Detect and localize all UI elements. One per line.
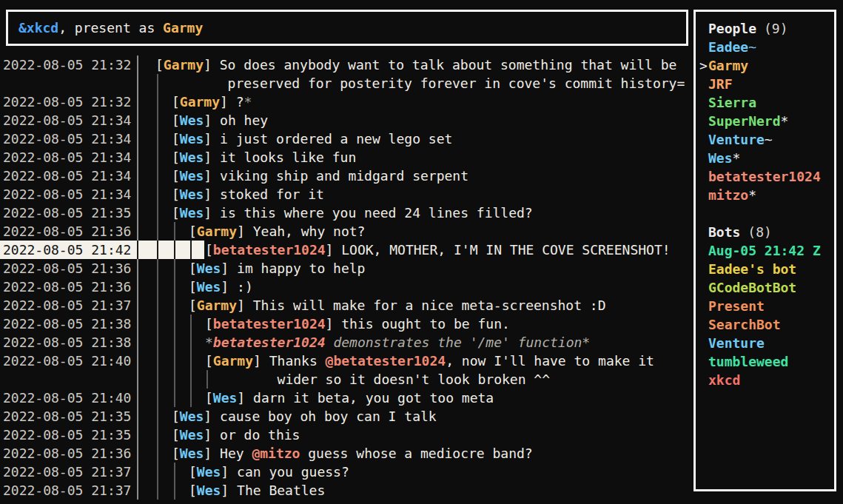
bots-list-item[interactable]: GCodeBotBot [696, 278, 834, 297]
roster-name: JRF [708, 75, 733, 93]
message-line: [Wes] The Beatles [138, 481, 325, 500]
status-suffix: * [781, 112, 789, 130]
bots-list-item[interactable]: tumbleweed [696, 352, 834, 371]
message-text: ] [204, 205, 220, 221]
people-title-label: People [708, 19, 756, 38]
nick: Garmy [197, 224, 237, 239]
chat-row[interactable]: 2022-08-05 21:40[Wes] darn it beta, you … [0, 389, 693, 407]
message-text: [ [205, 316, 213, 332]
chat-row[interactable]: 2022-08-05 21:36[Wes] Hey @mitzo guess w… [0, 444, 693, 463]
people-list-item[interactable]: betatester1024 [696, 167, 834, 186]
chat-row[interactable]: 2022-08-05 21:42[betatester1024] LOOK, M… [0, 241, 693, 259]
message-text: it looks like fun [220, 149, 356, 165]
chat-row[interactable]: 2022-08-05 21:36[Garmy] Yeah, why not? [0, 222, 693, 241]
message-line: [Wes] cause boy oh boy can I talk [138, 407, 437, 426]
message-line: [Garmy] So does anybody want to talk abo… [138, 56, 676, 74]
message-text: ] [204, 131, 220, 147]
roster-name: Venture [708, 130, 765, 149]
chat-row-wrap[interactable]: preserved for posterity forever in cove'… [0, 74, 693, 93]
message-text: * [205, 335, 213, 350]
timestamp: 2022-08-05 21:40 [0, 352, 137, 370]
timestamp: 2022-08-05 21:32 [0, 93, 137, 111]
chat-row[interactable]: 2022-08-05 21:35[Wes] is this where you … [0, 204, 693, 222]
bots-list-item[interactable]: Venture [696, 334, 834, 352]
chat-row-wrap[interactable]: wider so it doesn't look broken ^^ [0, 370, 693, 389]
roster-name: mitzo [708, 186, 748, 204]
message-line: [Wes] :) [138, 278, 253, 296]
message-text: or do this [220, 427, 300, 443]
chat-row[interactable]: 2022-08-05 21:34[Wes] it looks like fun [0, 148, 693, 167]
chat-row[interactable]: 2022-08-05 21:32[Garmy] ?* [0, 93, 693, 111]
timestamp: 2022-08-05 21:35 [0, 407, 137, 426]
chat-row[interactable]: 2022-08-05 21:36[Wes] :) [0, 278, 693, 296]
chat-row[interactable]: 2022-08-05 21:34[Wes] oh hey [0, 111, 693, 130]
message-text: ] [253, 353, 269, 369]
people-list-item[interactable]: JRF [696, 75, 834, 93]
bots-list-item[interactable]: xkcd [696, 371, 834, 389]
message-text: stoked for it [220, 187, 324, 202]
chat-row[interactable]: 2022-08-05 21:34[Wes] stoked for it [0, 185, 693, 204]
people-list-item[interactable]: Venture~ [696, 130, 834, 149]
people-list-item[interactable]: >Garmy [696, 56, 834, 75]
message-text: [ [189, 224, 197, 239]
timestamp: 2022-08-05 21:37 [0, 296, 137, 315]
timestamp: 2022-08-05 21:38 [0, 315, 137, 333]
bots-list-item[interactable]: Aug-05 21:42 Z [696, 241, 834, 260]
roster-name: Eadee's bot [708, 260, 796, 278]
message-text: ] [237, 390, 253, 406]
message-text: ] [204, 168, 220, 184]
chat-row[interactable]: 2022-08-05 21:35[Wes] cause boy oh boy c… [0, 407, 693, 426]
message-text: [ [172, 131, 180, 147]
message-text: ] [220, 94, 236, 110]
bots-list-item[interactable]: SearchBot [696, 315, 834, 334]
roster-name: Garmy [708, 56, 748, 75]
nick: Wes [197, 464, 221, 480]
nick: Garmy [197, 298, 237, 313]
timestamp [0, 370, 137, 389]
message-line: wider so it doesn't look broken ^^ [138, 370, 550, 389]
message-text: cause boy oh boy can I talk [220, 409, 437, 424]
chat-row[interactable]: 2022-08-05 21:35[Wes] or do this [0, 426, 693, 444]
bots-list: Aug-05 21:42 ZEadee's botGCodeBotBotPres… [696, 241, 834, 389]
chat-row[interactable]: 2022-08-05 21:37[Wes] can you guess? [0, 463, 693, 481]
message-line: [Wes] oh hey [138, 111, 268, 130]
chat-row[interactable]: 2022-08-05 21:34[Wes] i just ordered a n… [0, 130, 693, 148]
message-line: [Garmy] This will make for a nice meta-s… [138, 296, 606, 315]
message-text: LOOK, MOTHER, I'M IN THE COVE SCREENSHOT… [341, 242, 670, 258]
bots-list-item[interactable]: Present [696, 297, 834, 315]
timestamp [0, 74, 137, 93]
message-text: [ [172, 427, 180, 443]
message-line: preserved for posterity forever in cove'… [138, 74, 685, 93]
action-text: demonstrates the '/me' function* [326, 335, 591, 350]
mention: @mitzo [252, 446, 300, 461]
timestamp: 2022-08-05 21:37 [0, 463, 137, 481]
chat-row[interactable]: 2022-08-05 21:38[betatester1024] this ou… [0, 315, 693, 333]
chat-row[interactable]: 2022-08-05 21:37[Wes] The Beatles [0, 481, 693, 500]
chat-row[interactable]: 2022-08-05 21:34[Wes] viking ship and mi… [0, 167, 693, 185]
people-list-item[interactable]: Wes* [696, 149, 834, 167]
message-text: Thanks [269, 353, 326, 369]
chat-row[interactable]: 2022-08-05 21:32[Garmy] So does anybody … [0, 56, 693, 74]
chat-row[interactable]: 2022-08-05 21:37[Garmy] This will make f… [0, 296, 693, 315]
people-list-item[interactable]: mitzo* [696, 186, 834, 204]
message-text: ] [221, 483, 237, 498]
people-list-item[interactable]: Eadee~ [696, 38, 834, 56]
roster-name: tumbleweed [708, 352, 788, 371]
message-text: wider so it doesn't look broken ^^ [278, 372, 550, 387]
message-text: ? [236, 94, 244, 110]
timestamp: 2022-08-05 21:34 [0, 130, 137, 148]
bots-list-item[interactable]: Eadee's bot [696, 260, 834, 278]
timestamp: 2022-08-05 21:34 [0, 185, 137, 204]
chat-row[interactable]: 2022-08-05 21:38*betatester1024 demonstr… [0, 333, 693, 352]
roster-name: Aug-05 21:42 Z [708, 241, 821, 260]
people-list-item[interactable]: SuperNerd* [696, 112, 834, 130]
message-text: ] [326, 242, 342, 258]
message-text: [ [155, 57, 164, 73]
message-text: darn it beta, you got too meta [253, 390, 494, 406]
message-line: [Wes] Hey @mitzo guess whose a mediocre … [138, 444, 533, 463]
chat-row[interactable]: 2022-08-05 21:40[Garmy] Thanks @betatest… [0, 352, 693, 370]
message-text: Yeah, why not? [253, 224, 366, 239]
chat-row[interactable]: 2022-08-05 21:36[Wes] im happy to help [0, 259, 693, 278]
timestamp: 2022-08-05 21:36 [0, 444, 137, 463]
people-list-item[interactable]: Sierra [696, 93, 834, 112]
